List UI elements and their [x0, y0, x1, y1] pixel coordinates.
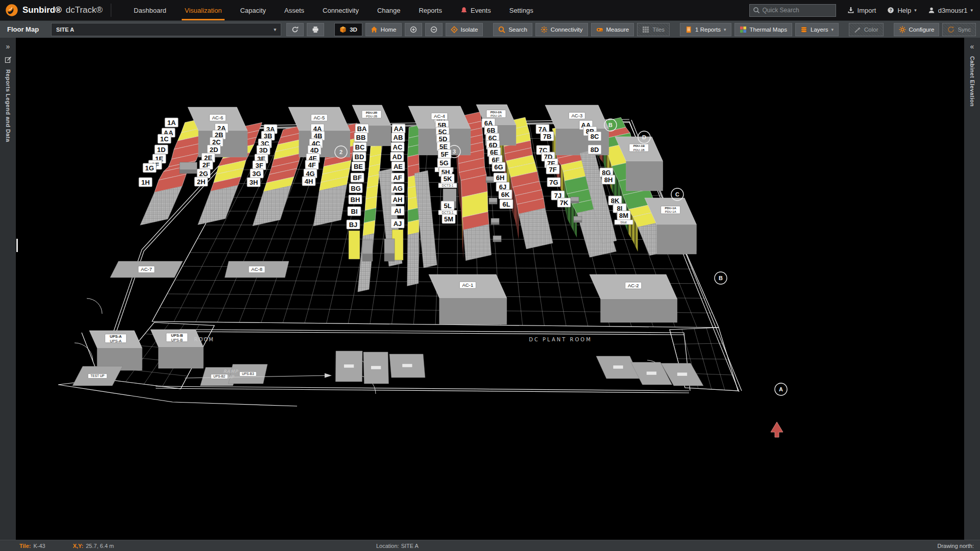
label-chip-ah[interactable]: AH [391, 195, 404, 204]
label-chip-5k[interactable]: 5KDCT3-1 [438, 174, 457, 188]
label-chip-1d[interactable]: 1D [155, 145, 168, 154]
label-chip-6l[interactable]: 6L [500, 199, 513, 209]
label-chip-2d[interactable]: 2D [207, 145, 220, 154]
label-chip-5l[interactable]: 5LDCT3-1 [438, 201, 457, 215]
label-chip-5f[interactable]: 5F [438, 149, 451, 159]
label-chip-7g[interactable]: 7G [547, 178, 560, 187]
label-chip-1a[interactable]: 1A [165, 118, 178, 127]
label-chip-2f[interactable]: 2F [200, 160, 213, 169]
search-button[interactable]: Search [493, 23, 532, 36]
label-chip-pdu-2a[interactable]: PDU-2APDU-2A [486, 110, 506, 118]
label-chip-ups-a[interactable]: UPS-AUPS-A [105, 334, 127, 343]
label-chip-pdu-1b[interactable]: PDU-1BPDU-1B [629, 144, 649, 152]
nav-item-change[interactable]: Change [377, 0, 401, 20]
label-chip-8c[interactable]: 8C [588, 132, 601, 141]
label-chip-aa[interactable]: AA [392, 124, 405, 133]
label-chip-ac-2[interactable]: AC-2 [625, 282, 642, 289]
label-chip-aj[interactable]: AJ [391, 219, 404, 228]
label-chip-3d[interactable]: 3D [257, 145, 270, 155]
label-chip-ai[interactable]: AI [391, 206, 404, 215]
legend-edit-icon[interactable] [5, 56, 12, 63]
measure-button[interactable]: Measure [591, 23, 634, 36]
mode-3d-button[interactable]: 3D [334, 23, 362, 36]
label-chip-1g[interactable]: 1G [143, 163, 156, 172]
nav-item-assets[interactable]: Assets [284, 0, 304, 20]
zoom-out-button[interactable] [425, 23, 443, 36]
label-chip-1h[interactable]: 1H [139, 178, 152, 187]
label-chip-ac-6[interactable]: AC-6 [209, 114, 226, 121]
label-chip-8h[interactable]: 8H [602, 175, 615, 184]
label-chip-bf[interactable]: BF [351, 173, 364, 182]
label-chip-test-up[interactable]: TEST UP [88, 374, 107, 379]
import-menu[interactable]: Import [847, 7, 876, 14]
label-chip-2h[interactable]: 2H [194, 177, 208, 186]
label-chip-5m[interactable]: 5M [442, 214, 455, 223]
label-chip-8m[interactable]: 8Mblue [615, 211, 633, 224]
label-chip-ups-b[interactable]: UPS-BUPS-B [166, 333, 188, 342]
label-chip-bh[interactable]: BH [349, 195, 362, 204]
label-chip-ac-3[interactable]: AC-3 [569, 112, 585, 119]
nav-item-visualization[interactable]: Visualization [185, 0, 222, 20]
label-chip-3f[interactable]: 3F [253, 161, 266, 170]
label-chip-7k[interactable]: 7K [557, 198, 571, 207]
home-button[interactable]: Home [365, 23, 402, 36]
isolate-button[interactable]: Isolate [446, 23, 483, 36]
label-chip-6h[interactable]: 6H [494, 173, 507, 182]
label-chip-ac-5[interactable]: AC-5 [311, 114, 327, 121]
nav-item-connectivity[interactable]: Connectivity [323, 0, 359, 20]
label-chip-ac-1[interactable]: AC-1 [459, 282, 476, 288]
reports-button[interactable]: 1 Reports▾ [680, 23, 731, 36]
floor-map-3d[interactable]: ROOMDC PLANT ROOMRAMPUP23BDCBA1AAA1C1D1E… [16, 38, 964, 540]
site-selector[interactable]: SITE A ▾ [51, 23, 281, 36]
nav-item-settings[interactable]: Settings [509, 0, 533, 20]
label-chip-bd[interactable]: BD [353, 152, 366, 161]
nav-item-dashboard[interactable]: Dashboard [134, 0, 166, 20]
left-rail-title[interactable]: Reports Legend and Data [5, 69, 11, 142]
right-rail-title[interactable]: Cabinet Elevation [969, 56, 975, 107]
thermal-button[interactable]: Thermal Maps [734, 23, 793, 36]
print-button[interactable] [307, 23, 324, 36]
label-chip-bb[interactable]: BB [354, 133, 368, 142]
label-chip-ac-4[interactable]: AC-4 [431, 113, 448, 119]
zoom-in-button[interactable] [405, 23, 422, 36]
label-chip-ups-b3[interactable]: UPS-B3 [239, 372, 256, 377]
label-chip-bi[interactable]: BI [348, 207, 361, 216]
label-chip-3g[interactable]: 3G [250, 169, 263, 178]
label-chip-7f[interactable]: 7F [546, 165, 559, 174]
label-chip-pdu-1a[interactable]: PDU-1APDU-1A [661, 206, 680, 214]
unit-ac-2[interactable] [590, 274, 677, 322]
label-chip-ac-8[interactable]: AC-8 [249, 266, 265, 273]
nav-item-events[interactable]: Events [460, 0, 491, 20]
label-chip-ba[interactable]: BA [355, 124, 369, 133]
label-chip-4h[interactable]: 4H [302, 177, 315, 186]
label-chip-1c[interactable]: 1C [158, 134, 171, 143]
label-chip-pdu-2r[interactable]: PDU-2RPDU-2B [362, 111, 381, 118]
floor-map-canvas[interactable]: ROOMDC PLANT ROOMRAMPUP23BDCBA1AAA1C1D1E… [16, 38, 964, 540]
label-chip-ac-7[interactable]: AC-7 [138, 266, 155, 273]
label-chip-4d[interactable]: 4D [308, 145, 321, 155]
label-chip-3h[interactable]: 3H [247, 178, 260, 187]
quick-search[interactable] [749, 4, 836, 17]
quick-search-input[interactable] [763, 7, 832, 14]
nav-item-capacity[interactable]: Capacity [240, 0, 266, 20]
scrollbar-nub[interactable] [16, 239, 18, 252]
refresh-button[interactable] [286, 23, 304, 36]
label-chip-4f[interactable]: 4F [305, 160, 318, 169]
connectivity-button[interactable]: Connectivity [535, 23, 588, 36]
user-menu[interactable]: d3mousr1▾ [928, 7, 973, 14]
label-chip-af[interactable]: AF [391, 173, 404, 182]
label-chip-ups-b2[interactable]: UPS-B2 [211, 374, 228, 379]
label-chip-ae[interactable]: AE [391, 162, 405, 171]
expand-panel-icon[interactable]: » [6, 43, 10, 50]
label-chip-be[interactable]: BE [352, 162, 365, 171]
label-chip-ad[interactable]: AD [390, 152, 404, 161]
label-chip-7b[interactable]: 7B [541, 132, 554, 141]
label-chip-bg[interactable]: BG [349, 184, 362, 193]
label-chip-bj[interactable]: BJ [347, 220, 360, 229]
label-chip-ab[interactable]: AB [391, 133, 405, 142]
nav-item-reports[interactable]: Reports [419, 0, 442, 20]
help-menu[interactable]: ?Help▾ [887, 7, 916, 14]
label-chip-ag[interactable]: AG [391, 184, 404, 193]
layers-button[interactable]: Layers▾ [795, 23, 839, 36]
collapse-panel-icon[interactable]: « [970, 43, 974, 50]
